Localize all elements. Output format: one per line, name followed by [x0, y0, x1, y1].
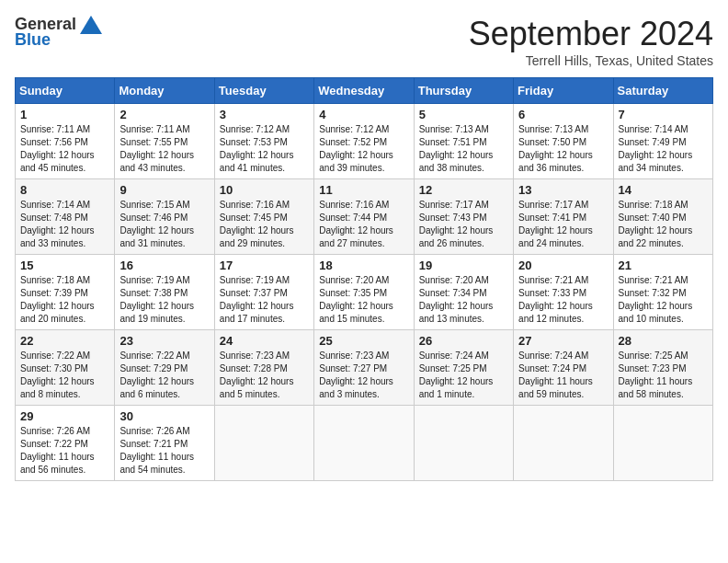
calendar-cell: 9Sunrise: 7:15 AMSunset: 7:46 PMDaylight… [115, 179, 214, 255]
day-info: Sunrise: 7:14 AMSunset: 7:49 PMDaylight:… [619, 123, 708, 175]
calendar-cell: 11Sunrise: 7:16 AMSunset: 7:44 PMDayligh… [314, 179, 414, 255]
day-info: Sunrise: 7:18 AMSunset: 7:39 PMDaylight:… [20, 274, 109, 326]
day-number: 1 [20, 108, 109, 121]
calendar-cell: 7Sunrise: 7:14 AMSunset: 7:49 PMDaylight… [613, 104, 712, 179]
calendar-cell [414, 406, 513, 481]
day-info: Sunrise: 7:24 AMSunset: 7:24 PMDaylight:… [518, 350, 608, 401]
day-info: Sunrise: 7:16 AMSunset: 7:45 PMDaylight:… [220, 199, 309, 250]
day-number: 27 [518, 334, 608, 348]
day-info: Sunrise: 7:13 AMSunset: 7:51 PMDaylight:… [419, 123, 508, 175]
day-info: Sunrise: 7:13 AMSunset: 7:50 PMDaylight:… [518, 123, 608, 175]
calendar-cell: 28Sunrise: 7:25 AMSunset: 7:23 PMDayligh… [613, 330, 712, 406]
day-info: Sunrise: 7:15 AMSunset: 7:46 PMDaylight:… [119, 199, 209, 250]
day-info: Sunrise: 7:16 AMSunset: 7:44 PMDaylight:… [319, 199, 408, 250]
day-info: Sunrise: 7:23 AMSunset: 7:28 PMDaylight:… [220, 350, 309, 401]
title-area: September 2024 Terrell Hills, Texas, Uni… [469, 15, 713, 68]
logo-icon [80, 16, 102, 34]
day-info: Sunrise: 7:24 AMSunset: 7:25 PMDaylight:… [419, 350, 508, 401]
calendar-cell: 24Sunrise: 7:23 AMSunset: 7:28 PMDayligh… [214, 330, 313, 406]
day-number: 4 [319, 108, 408, 121]
calendar-table: SundayMondayTuesdayWednesdayThursdayFrid… [15, 77, 713, 481]
weekday-header-wednesday: Wednesday [314, 78, 414, 104]
day-number: 22 [20, 334, 109, 348]
day-number: 2 [119, 108, 209, 121]
calendar-cell: 16Sunrise: 7:19 AMSunset: 7:38 PMDayligh… [115, 255, 214, 330]
day-info: Sunrise: 7:20 AMSunset: 7:35 PMDaylight:… [319, 274, 408, 326]
calendar-cell: 5Sunrise: 7:13 AMSunset: 7:51 PMDaylight… [414, 104, 513, 179]
day-number: 20 [518, 259, 608, 272]
calendar-cell: 4Sunrise: 7:12 AMSunset: 7:52 PMDaylight… [314, 104, 414, 179]
calendar-cell: 19Sunrise: 7:20 AMSunset: 7:34 PMDayligh… [414, 255, 513, 330]
day-number: 12 [419, 183, 508, 197]
calendar-cell: 27Sunrise: 7:24 AMSunset: 7:24 PMDayligh… [514, 330, 613, 406]
calendar-cell [314, 406, 414, 481]
day-number: 17 [220, 259, 309, 272]
day-info: Sunrise: 7:17 AMSunset: 7:41 PMDaylight:… [518, 199, 608, 250]
calendar-cell: 26Sunrise: 7:24 AMSunset: 7:25 PMDayligh… [414, 330, 513, 406]
calendar-cell [613, 406, 712, 481]
day-number: 3 [220, 108, 309, 121]
day-number: 6 [518, 108, 608, 121]
calendar-cell: 22Sunrise: 7:22 AMSunset: 7:30 PMDayligh… [16, 330, 115, 406]
page-header: General Blue September 2024 Terrell Hill… [15, 15, 713, 68]
day-number: 30 [119, 409, 209, 423]
calendar-week-1: 1Sunrise: 7:11 AMSunset: 7:56 PMDaylight… [16, 104, 713, 179]
calendar-cell: 15Sunrise: 7:18 AMSunset: 7:39 PMDayligh… [16, 255, 115, 330]
calendar-cell: 10Sunrise: 7:16 AMSunset: 7:45 PMDayligh… [214, 179, 313, 255]
calendar-week-2: 8Sunrise: 7:14 AMSunset: 7:48 PMDaylight… [16, 179, 713, 255]
calendar-cell: 2Sunrise: 7:11 AMSunset: 7:55 PMDaylight… [115, 104, 214, 179]
svg-marker-0 [80, 16, 102, 34]
weekday-header-thursday: Thursday [414, 78, 513, 104]
day-info: Sunrise: 7:26 AMSunset: 7:21 PMDaylight:… [119, 425, 209, 477]
calendar-cell: 1Sunrise: 7:11 AMSunset: 7:56 PMDaylight… [16, 104, 115, 179]
calendar-cell [214, 406, 313, 481]
logo: General Blue [15, 15, 102, 50]
day-number: 11 [319, 183, 408, 197]
location-title: Terrell Hills, Texas, United States [469, 53, 713, 68]
day-info: Sunrise: 7:11 AMSunset: 7:55 PMDaylight:… [119, 123, 209, 175]
calendar-cell: 8Sunrise: 7:14 AMSunset: 7:48 PMDaylight… [16, 179, 115, 255]
calendar-cell: 14Sunrise: 7:18 AMSunset: 7:40 PMDayligh… [613, 179, 712, 255]
day-info: Sunrise: 7:22 AMSunset: 7:29 PMDaylight:… [119, 350, 209, 401]
calendar-week-4: 22Sunrise: 7:22 AMSunset: 7:30 PMDayligh… [16, 330, 713, 406]
day-number: 16 [119, 259, 209, 272]
day-number: 23 [119, 334, 209, 348]
day-number: 13 [518, 183, 608, 197]
calendar-cell [514, 406, 613, 481]
day-number: 8 [20, 183, 109, 197]
day-info: Sunrise: 7:23 AMSunset: 7:27 PMDaylight:… [319, 350, 408, 401]
calendar-cell: 17Sunrise: 7:19 AMSunset: 7:37 PMDayligh… [214, 255, 313, 330]
day-info: Sunrise: 7:21 AMSunset: 7:33 PMDaylight:… [518, 274, 608, 326]
day-number: 21 [619, 259, 708, 272]
day-info: Sunrise: 7:14 AMSunset: 7:48 PMDaylight:… [20, 199, 109, 250]
day-info: Sunrise: 7:19 AMSunset: 7:38 PMDaylight:… [119, 274, 209, 326]
day-number: 5 [419, 108, 508, 121]
calendar-cell: 13Sunrise: 7:17 AMSunset: 7:41 PMDayligh… [514, 179, 613, 255]
day-number: 7 [619, 108, 708, 121]
day-number: 10 [220, 183, 309, 197]
calendar-cell: 18Sunrise: 7:20 AMSunset: 7:35 PMDayligh… [314, 255, 414, 330]
weekday-header-tuesday: Tuesday [214, 78, 313, 104]
calendar-cell: 23Sunrise: 7:22 AMSunset: 7:29 PMDayligh… [115, 330, 214, 406]
day-info: Sunrise: 7:12 AMSunset: 7:53 PMDaylight:… [220, 123, 309, 175]
day-info: Sunrise: 7:12 AMSunset: 7:52 PMDaylight:… [319, 123, 408, 175]
calendar-week-3: 15Sunrise: 7:18 AMSunset: 7:39 PMDayligh… [16, 255, 713, 330]
calendar-cell: 21Sunrise: 7:21 AMSunset: 7:32 PMDayligh… [613, 255, 712, 330]
day-number: 18 [319, 259, 408, 272]
weekday-header-monday: Monday [115, 78, 214, 104]
day-number: 15 [20, 259, 109, 272]
month-title: September 2024 [469, 15, 713, 53]
weekday-header-row: SundayMondayTuesdayWednesdayThursdayFrid… [16, 78, 713, 104]
calendar-cell: 30Sunrise: 7:26 AMSunset: 7:21 PMDayligh… [115, 406, 214, 481]
weekday-header-saturday: Saturday [613, 78, 712, 104]
day-number: 28 [619, 334, 708, 348]
day-number: 19 [419, 259, 508, 272]
day-info: Sunrise: 7:25 AMSunset: 7:23 PMDaylight:… [619, 350, 708, 401]
day-number: 9 [119, 183, 209, 197]
calendar-cell: 6Sunrise: 7:13 AMSunset: 7:50 PMDaylight… [514, 104, 613, 179]
day-info: Sunrise: 7:26 AMSunset: 7:22 PMDaylight:… [20, 425, 109, 477]
day-number: 14 [619, 183, 708, 197]
weekday-header-sunday: Sunday [16, 78, 115, 104]
day-number: 25 [319, 334, 408, 348]
day-number: 29 [20, 409, 109, 423]
